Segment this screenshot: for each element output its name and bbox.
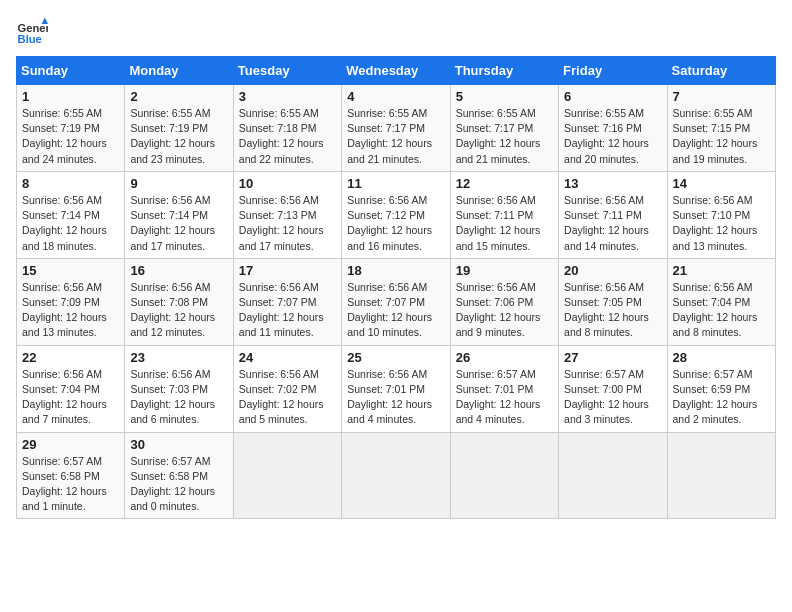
day-number: 6 [564,89,661,104]
day-detail: Sunrise: 6:56 AMSunset: 7:13 PMDaylight:… [239,194,324,252]
day-detail: Sunrise: 6:57 AMSunset: 7:01 PMDaylight:… [456,368,541,426]
day-number: 3 [239,89,336,104]
calendar-cell: 19 Sunrise: 6:56 AMSunset: 7:06 PMDaylig… [450,258,558,345]
calendar-cell: 28 Sunrise: 6:57 AMSunset: 6:59 PMDaylig… [667,345,775,432]
day-detail: Sunrise: 6:57 AMSunset: 6:58 PMDaylight:… [130,455,215,513]
calendar-header: SundayMondayTuesdayWednesdayThursdayFrid… [17,57,776,85]
day-number: 19 [456,263,553,278]
calendar-cell: 9 Sunrise: 6:56 AMSunset: 7:14 PMDayligh… [125,171,233,258]
day-number: 1 [22,89,119,104]
day-number: 2 [130,89,227,104]
day-detail: Sunrise: 6:55 AMSunset: 7:19 PMDaylight:… [130,107,215,165]
calendar-cell [450,432,558,519]
day-detail: Sunrise: 6:56 AMSunset: 7:14 PMDaylight:… [130,194,215,252]
calendar-cell: 23 Sunrise: 6:56 AMSunset: 7:03 PMDaylig… [125,345,233,432]
day-number: 11 [347,176,444,191]
day-number: 4 [347,89,444,104]
day-detail: Sunrise: 6:55 AMSunset: 7:17 PMDaylight:… [347,107,432,165]
calendar-cell [667,432,775,519]
page-header: General Blue [16,16,776,48]
calendar-cell: 27 Sunrise: 6:57 AMSunset: 7:00 PMDaylig… [559,345,667,432]
calendar-body: 1 Sunrise: 6:55 AMSunset: 7:19 PMDayligh… [17,85,776,519]
day-number: 30 [130,437,227,452]
day-detail: Sunrise: 6:56 AMSunset: 7:07 PMDaylight:… [239,281,324,339]
calendar-cell: 12 Sunrise: 6:56 AMSunset: 7:11 PMDaylig… [450,171,558,258]
calendar-week-row: 1 Sunrise: 6:55 AMSunset: 7:19 PMDayligh… [17,85,776,172]
day-number: 20 [564,263,661,278]
day-detail: Sunrise: 6:56 AMSunset: 7:08 PMDaylight:… [130,281,215,339]
day-detail: Sunrise: 6:56 AMSunset: 7:02 PMDaylight:… [239,368,324,426]
day-number: 10 [239,176,336,191]
calendar-cell: 5 Sunrise: 6:55 AMSunset: 7:17 PMDayligh… [450,85,558,172]
calendar-cell: 29 Sunrise: 6:57 AMSunset: 6:58 PMDaylig… [17,432,125,519]
calendar-week-row: 8 Sunrise: 6:56 AMSunset: 7:14 PMDayligh… [17,171,776,258]
calendar-cell: 7 Sunrise: 6:55 AMSunset: 7:15 PMDayligh… [667,85,775,172]
calendar-cell: 20 Sunrise: 6:56 AMSunset: 7:05 PMDaylig… [559,258,667,345]
calendar-cell: 26 Sunrise: 6:57 AMSunset: 7:01 PMDaylig… [450,345,558,432]
day-number: 22 [22,350,119,365]
day-number: 25 [347,350,444,365]
day-number: 7 [673,89,770,104]
day-number: 24 [239,350,336,365]
day-detail: Sunrise: 6:56 AMSunset: 7:09 PMDaylight:… [22,281,107,339]
calendar-cell: 10 Sunrise: 6:56 AMSunset: 7:13 PMDaylig… [233,171,341,258]
svg-text:Blue: Blue [18,33,42,45]
day-detail: Sunrise: 6:56 AMSunset: 7:06 PMDaylight:… [456,281,541,339]
calendar-cell [342,432,450,519]
calendar-cell: 17 Sunrise: 6:56 AMSunset: 7:07 PMDaylig… [233,258,341,345]
weekday-header-sunday: Sunday [17,57,125,85]
day-detail: Sunrise: 6:56 AMSunset: 7:11 PMDaylight:… [564,194,649,252]
weekday-header-tuesday: Tuesday [233,57,341,85]
calendar-cell: 21 Sunrise: 6:56 AMSunset: 7:04 PMDaylig… [667,258,775,345]
calendar-cell: 15 Sunrise: 6:56 AMSunset: 7:09 PMDaylig… [17,258,125,345]
calendar-week-row: 15 Sunrise: 6:56 AMSunset: 7:09 PMDaylig… [17,258,776,345]
day-detail: Sunrise: 6:56 AMSunset: 7:01 PMDaylight:… [347,368,432,426]
day-detail: Sunrise: 6:56 AMSunset: 7:12 PMDaylight:… [347,194,432,252]
calendar-cell: 3 Sunrise: 6:55 AMSunset: 7:18 PMDayligh… [233,85,341,172]
day-detail: Sunrise: 6:56 AMSunset: 7:04 PMDaylight:… [673,281,758,339]
day-number: 26 [456,350,553,365]
calendar-cell: 16 Sunrise: 6:56 AMSunset: 7:08 PMDaylig… [125,258,233,345]
calendar-cell: 2 Sunrise: 6:55 AMSunset: 7:19 PMDayligh… [125,85,233,172]
weekday-header-wednesday: Wednesday [342,57,450,85]
day-detail: Sunrise: 6:55 AMSunset: 7:16 PMDaylight:… [564,107,649,165]
day-number: 21 [673,263,770,278]
calendar-cell: 6 Sunrise: 6:55 AMSunset: 7:16 PMDayligh… [559,85,667,172]
day-detail: Sunrise: 6:56 AMSunset: 7:05 PMDaylight:… [564,281,649,339]
day-detail: Sunrise: 6:56 AMSunset: 7:14 PMDaylight:… [22,194,107,252]
calendar-cell: 11 Sunrise: 6:56 AMSunset: 7:12 PMDaylig… [342,171,450,258]
calendar-cell [559,432,667,519]
calendar-cell: 13 Sunrise: 6:56 AMSunset: 7:11 PMDaylig… [559,171,667,258]
day-detail: Sunrise: 6:57 AMSunset: 7:00 PMDaylight:… [564,368,649,426]
day-detail: Sunrise: 6:56 AMSunset: 7:04 PMDaylight:… [22,368,107,426]
calendar-cell: 22 Sunrise: 6:56 AMSunset: 7:04 PMDaylig… [17,345,125,432]
calendar-cell: 1 Sunrise: 6:55 AMSunset: 7:19 PMDayligh… [17,85,125,172]
weekday-header-row: SundayMondayTuesdayWednesdayThursdayFrid… [17,57,776,85]
day-detail: Sunrise: 6:55 AMSunset: 7:15 PMDaylight:… [673,107,758,165]
day-detail: Sunrise: 6:56 AMSunset: 7:07 PMDaylight:… [347,281,432,339]
day-detail: Sunrise: 6:56 AMSunset: 7:10 PMDaylight:… [673,194,758,252]
day-number: 8 [22,176,119,191]
day-number: 15 [22,263,119,278]
day-detail: Sunrise: 6:56 AMSunset: 7:03 PMDaylight:… [130,368,215,426]
calendar-week-row: 22 Sunrise: 6:56 AMSunset: 7:04 PMDaylig… [17,345,776,432]
calendar-cell: 14 Sunrise: 6:56 AMSunset: 7:10 PMDaylig… [667,171,775,258]
logo-icon: General Blue [16,16,48,48]
calendar-table: SundayMondayTuesdayWednesdayThursdayFrid… [16,56,776,519]
day-detail: Sunrise: 6:55 AMSunset: 7:19 PMDaylight:… [22,107,107,165]
logo: General Blue [16,16,48,48]
day-number: 17 [239,263,336,278]
day-detail: Sunrise: 6:55 AMSunset: 7:17 PMDaylight:… [456,107,541,165]
calendar-cell: 24 Sunrise: 6:56 AMSunset: 7:02 PMDaylig… [233,345,341,432]
day-detail: Sunrise: 6:57 AMSunset: 6:59 PMDaylight:… [673,368,758,426]
day-number: 5 [456,89,553,104]
weekday-header-friday: Friday [559,57,667,85]
svg-marker-2 [42,18,48,24]
weekday-header-monday: Monday [125,57,233,85]
day-number: 28 [673,350,770,365]
weekday-header-thursday: Thursday [450,57,558,85]
day-detail: Sunrise: 6:56 AMSunset: 7:11 PMDaylight:… [456,194,541,252]
calendar-cell: 4 Sunrise: 6:55 AMSunset: 7:17 PMDayligh… [342,85,450,172]
day-number: 16 [130,263,227,278]
day-detail: Sunrise: 6:57 AMSunset: 6:58 PMDaylight:… [22,455,107,513]
